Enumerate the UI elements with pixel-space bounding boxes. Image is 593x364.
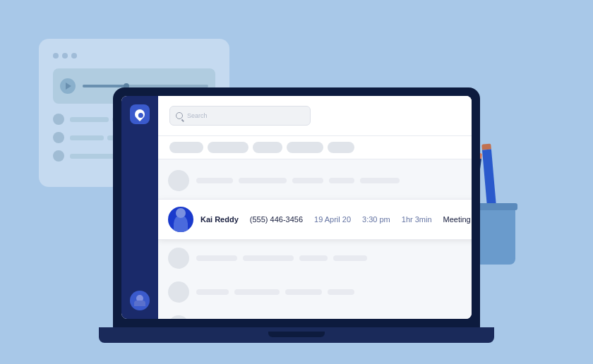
filter-pill[interactable]	[253, 142, 282, 153]
ph-line	[328, 289, 354, 295]
ph-line	[243, 255, 294, 261]
app-main: Search	[158, 96, 472, 319]
call-phone-number: (555) 446-3456	[250, 215, 303, 224]
call-list: Kai Reddy (555) 446-3456 19 April 20 3:3…	[158, 159, 472, 319]
filter-pills	[158, 136, 472, 159]
row-placeholder-lines	[196, 255, 472, 261]
ph-line	[196, 289, 229, 295]
sidebar-bottom	[130, 291, 150, 310]
call-row-placeholder	[158, 275, 472, 309]
row-placeholder-lines	[196, 178, 472, 183]
call-row-placeholder	[158, 309, 472, 319]
search-icon	[176, 112, 183, 119]
ph-line	[360, 178, 400, 183]
ph-line	[234, 289, 280, 295]
call-row-placeholder	[158, 241, 472, 275]
call-row-placeholder	[158, 164, 472, 198]
laptop-base	[99, 327, 494, 343]
ph-line	[333, 255, 367, 261]
laptop-screen-frame: Search	[113, 87, 480, 327]
call-row-highlighted[interactable]: Kai Reddy (555) 446-3456 19 April 20 3:3…	[158, 199, 472, 240]
sidebar-logo	[130, 104, 150, 124]
dot-2	[62, 53, 68, 59]
app-sidebar	[121, 96, 158, 319]
window-dots	[53, 53, 215, 59]
play-button[interactable]	[60, 78, 76, 94]
row-circle-2	[53, 132, 64, 143]
kai-avatar	[168, 207, 193, 232]
filter-pill[interactable]	[169, 142, 203, 153]
ph-line	[329, 178, 354, 183]
call-contact-name: Kai Reddy	[200, 215, 239, 224]
call-time: 3:30 pm	[362, 215, 390, 224]
filter-pill[interactable]	[287, 142, 323, 153]
avatar-placeholder	[168, 281, 189, 303]
call-tag: Meeting Set Up	[443, 215, 472, 224]
play-icon	[66, 83, 71, 90]
call-date: 19 April 20	[314, 215, 351, 224]
filter-pill[interactable]	[328, 142, 354, 153]
call-info: Kai Reddy (555) 446-3456 19 April 20 3:3…	[200, 215, 472, 224]
avatar-head	[176, 208, 186, 218]
dot-1	[53, 53, 59, 59]
avatar-placeholder	[168, 248, 189, 269]
avatar-body	[174, 215, 188, 232]
call-duration: 1hr 3min	[402, 215, 432, 224]
ph-line	[299, 255, 328, 261]
filter-pill[interactable]	[208, 142, 248, 153]
row-circle-3	[53, 150, 64, 162]
sidebar-user-avatar[interactable]	[130, 291, 150, 310]
laptop-screen: Search	[121, 96, 472, 319]
ph-line	[196, 178, 233, 183]
row-placeholder-lines	[196, 289, 472, 295]
ph-line	[239, 178, 287, 183]
avatar-placeholder	[168, 315, 189, 319]
avatar-placeholder	[168, 170, 189, 191]
ph-line	[196, 255, 237, 261]
laptop: Search	[99, 87, 494, 343]
search-bar[interactable]: Search	[169, 106, 311, 126]
search-placeholder: Search	[187, 112, 208, 119]
dot-3	[71, 53, 77, 59]
ph-line	[292, 178, 323, 183]
row-circle-1	[53, 114, 64, 125]
ph-line	[285, 289, 322, 295]
app-header: Search	[158, 96, 472, 136]
laptop-notch	[268, 332, 325, 337]
